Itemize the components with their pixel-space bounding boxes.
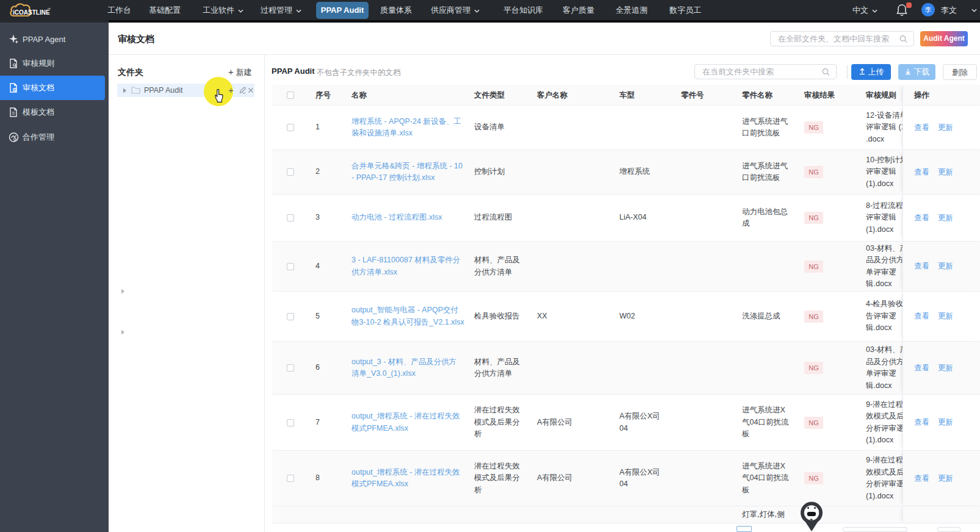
svg-text:™: ™ — [47, 7, 51, 11]
svg-text:iCOASTLINE: iCOASTLINE — [13, 9, 50, 16]
